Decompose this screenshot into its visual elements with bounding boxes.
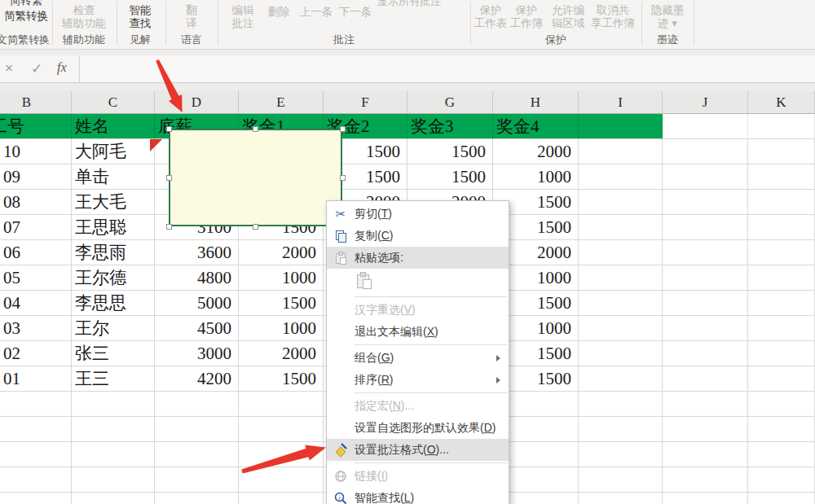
cell[interactable] <box>0 467 72 493</box>
selection-handle[interactable] <box>166 224 172 230</box>
cell[interactable] <box>748 467 815 493</box>
column-header-K[interactable]: K <box>748 91 815 114</box>
column-header-B[interactable]: B <box>0 91 72 114</box>
cell[interactable] <box>239 392 324 417</box>
cell[interactable]: 05 <box>0 265 72 291</box>
comment-box[interactable] <box>169 129 342 226</box>
button-unshare-workbook[interactable]: 取消共 <box>588 4 637 16</box>
cell[interactable]: 王思聪 <box>72 215 155 240</box>
cancel-icon[interactable]: × <box>5 60 13 77</box>
cell[interactable] <box>663 442 748 467</box>
button-previous-comment[interactable]: 上一条 <box>297 6 336 18</box>
cell[interactable] <box>748 164 815 190</box>
cell[interactable] <box>663 467 748 493</box>
button-jianfan-convert[interactable]: 简繁转换 <box>0 10 52 22</box>
cell[interactable] <box>579 240 663 265</box>
cell[interactable]: 1500 <box>408 164 493 190</box>
button-protect-sheet[interactable]: 保护 <box>473 4 509 16</box>
header-cell-姓名[interactable]: 姓名 <box>72 114 155 139</box>
header-cell-empty[interactable] <box>748 114 815 139</box>
button-show-all-comments[interactable]: 显示所有批注 <box>368 0 450 7</box>
column-header-F[interactable]: F <box>324 91 408 114</box>
cell[interactable] <box>579 493 663 504</box>
menu-item-format-comment[interactable]: 设置批注格式(O)... <box>327 439 509 461</box>
cell[interactable] <box>579 417 663 442</box>
cell[interactable] <box>579 316 663 341</box>
cell[interactable] <box>579 392 663 417</box>
cell[interactable]: 王尔 <box>72 316 155 341</box>
cell[interactable] <box>748 190 815 215</box>
button-smart-lookup[interactable]: 智能 <box>115 4 165 16</box>
selection-handle[interactable] <box>166 126 172 132</box>
cell[interactable] <box>748 392 815 417</box>
cell[interactable] <box>663 316 748 341</box>
cell[interactable] <box>72 467 155 493</box>
cell[interactable]: 4800 <box>155 265 239 291</box>
cell[interactable] <box>0 442 72 467</box>
cell[interactable] <box>663 493 748 504</box>
cell[interactable]: 03 <box>0 316 72 341</box>
cell[interactable] <box>0 417 72 442</box>
cell[interactable] <box>579 341 663 366</box>
menu-item-paste-option-icon[interactable] <box>327 269 509 295</box>
button-edit-comment[interactable]: 编辑 <box>225 4 261 16</box>
menu-item-set-autoshape-defaults[interactable]: 设置自选图形的默认效果(D) <box>327 417 509 439</box>
cell[interactable] <box>663 215 748 240</box>
cell[interactable]: 2000 <box>239 240 324 265</box>
header-cell-奖金3[interactable]: 奖金3 <box>408 114 493 139</box>
cell[interactable]: 4200 <box>155 366 239 392</box>
button-next-comment[interactable]: 下一条 <box>336 6 375 18</box>
cell[interactable]: 10 <box>0 139 72 164</box>
menu-item-smart-lookup[interactable]: i智能查找(L) <box>327 487 509 504</box>
cell[interactable]: 1000 <box>239 316 324 341</box>
cell[interactable]: 04 <box>0 291 72 316</box>
cell[interactable] <box>579 442 663 467</box>
menu-item-paste-options[interactable]: 粘贴选项: <box>327 247 509 269</box>
cell[interactable] <box>748 265 815 291</box>
selection-handle[interactable] <box>166 175 172 181</box>
cell[interactable]: 1000 <box>493 164 579 190</box>
cell[interactable]: 02 <box>0 341 72 366</box>
cell[interactable] <box>663 190 748 215</box>
cell[interactable] <box>748 139 815 164</box>
selection-handle[interactable] <box>340 175 346 181</box>
button-jian-to-fan[interactable]: 简转繁 <box>3 0 49 7</box>
selection-handle[interactable] <box>253 224 258 230</box>
cell[interactable]: 王三 <box>72 366 155 392</box>
cell[interactable] <box>663 265 748 291</box>
cell[interactable]: 大阿毛 <box>72 139 155 164</box>
cell[interactable] <box>579 366 663 392</box>
button-check-accessibility[interactable]: 辅助功能 <box>58 17 110 29</box>
cell[interactable] <box>239 417 324 442</box>
cell[interactable] <box>0 493 72 504</box>
button-delete-comment[interactable]: 删除 <box>262 6 296 18</box>
cell[interactable] <box>155 392 239 417</box>
button-edit-comment[interactable]: 批注 <box>225 17 261 29</box>
cell[interactable] <box>72 417 155 442</box>
cell[interactable]: 06 <box>0 240 72 265</box>
cell[interactable]: 09 <box>0 164 72 190</box>
menu-item-exit-text-editing[interactable]: 退出文本编辑(X) <box>327 321 509 343</box>
column-header-H[interactable]: H <box>493 91 579 114</box>
cell[interactable] <box>663 417 748 442</box>
cell[interactable] <box>748 341 815 366</box>
cell[interactable]: 张三 <box>72 341 155 366</box>
button-protect-workbook[interactable]: 工作簿 <box>509 17 544 29</box>
cell[interactable] <box>663 164 748 190</box>
selection-handle[interactable] <box>340 126 346 132</box>
cell[interactable] <box>748 215 815 240</box>
button-hide-ink[interactable]: 迹 ▾ <box>645 17 689 29</box>
cell[interactable] <box>155 493 239 504</box>
column-header-D[interactable]: D <box>155 91 239 114</box>
cell[interactable]: 王大毛 <box>72 190 155 215</box>
cell[interactable]: 07 <box>0 215 72 240</box>
formula-input[interactable] <box>80 55 815 82</box>
cell[interactable] <box>239 493 324 504</box>
cell[interactable]: 2000 <box>493 139 579 164</box>
cell[interactable] <box>579 291 663 316</box>
cell[interactable]: 5000 <box>155 291 239 316</box>
column-header-I[interactable]: I <box>579 91 663 114</box>
button-allow-edit-ranges[interactable]: 允许编 <box>546 4 590 16</box>
menu-item-copy[interactable]: 复制(C) <box>327 225 509 247</box>
cell[interactable] <box>748 493 815 504</box>
